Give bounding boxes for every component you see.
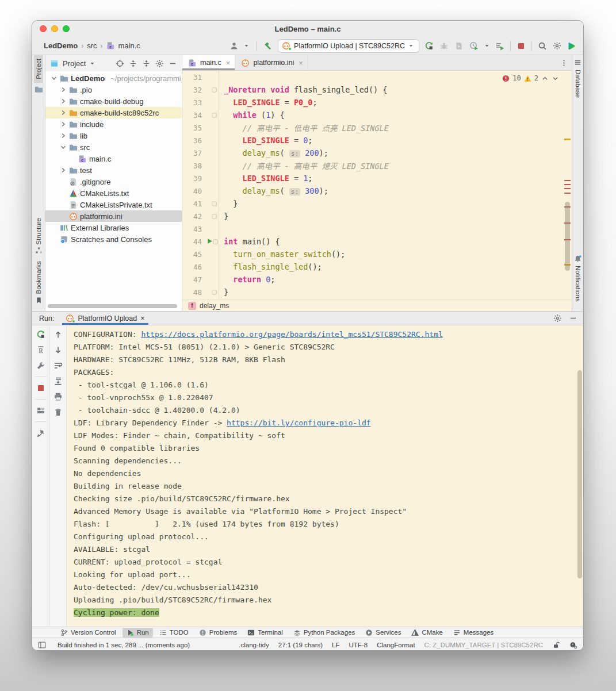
stop-button[interactable]: [36, 383, 45, 393]
fold-marker-icon[interactable]: [212, 111, 217, 120]
tree-chevron-icon[interactable]: [59, 121, 67, 127]
horizontal-scrollbar[interactable]: [48, 304, 177, 308]
rerun-button[interactable]: [36, 330, 45, 339]
breadcrumb-dir[interactable]: src: [87, 41, 97, 50]
tool-window-button-python-packages[interactable]: Python Packages: [289, 628, 359, 638]
layout-button[interactable]: [36, 406, 45, 415]
build-button[interactable]: [263, 41, 273, 51]
run-gutter-icon[interactable]: [206, 237, 213, 246]
tree-chevron-icon[interactable]: [50, 75, 58, 81]
console-scrollbar[interactable]: [577, 370, 582, 578]
tree-chevron-icon[interactable]: [59, 133, 67, 139]
tree-item-cmake-build-stc89c52rc[interactable]: cmake-build-stc89c52rc: [45, 107, 182, 118]
folder-icon[interactable]: [35, 85, 43, 94]
tool-window-button-problems[interactable]: Problems: [195, 628, 242, 638]
tree-item-lib[interactable]: lib: [45, 130, 182, 141]
fold-marker-icon[interactable]: [212, 212, 217, 221]
rbar-button[interactable]: R: [36, 346, 45, 355]
editor-scrollbar[interactable]: [565, 202, 570, 271]
gear-icon[interactable]: [553, 314, 562, 323]
target-button[interactable]: [116, 59, 124, 68]
trash-button[interactable]: [53, 408, 63, 417]
previous-problem-button[interactable]: [541, 75, 549, 82]
bug-button[interactable]: [439, 41, 449, 51]
editor-breadcrumb-function[interactable]: delay_ms: [200, 302, 229, 310]
tree-item-cmake-build-debug[interactable]: cmake-build-debug: [45, 95, 182, 107]
console-link[interactable]: https://bit.ly/configure-pio-ldf: [227, 419, 370, 427]
tree-item-cmakelistsprivate.txt[interactable]: CMakeListsPrivate.txt: [45, 199, 182, 210]
lock-icon[interactable]: [552, 641, 560, 649]
down-button[interactable]: [53, 346, 63, 355]
console-link[interactable]: https://docs.platformio.org/page/boards/…: [141, 330, 442, 339]
print-button[interactable]: [53, 392, 63, 401]
code-line[interactable]: 45 turn_on_master_switch();: [182, 248, 564, 260]
fold-marker-icon[interactable]: [213, 237, 218, 246]
more-options-icon[interactable]: [560, 59, 568, 67]
tool-window-toggle-icon[interactable]: [38, 641, 46, 649]
code-line[interactable]: 43: [182, 222, 564, 235]
tree-item-cmakelists.txt[interactable]: CMakeLists.txt: [45, 187, 182, 199]
tool-window-button-messages[interactable]: Messages: [449, 628, 498, 638]
tool-window-button-services[interactable]: Services: [361, 628, 405, 638]
tree-chevron-icon[interactable]: [59, 144, 67, 150]
coverage-button[interactable]: [454, 41, 464, 51]
code-line[interactable]: 32_Noreturn void flash_single_led() {: [182, 83, 564, 96]
tree-chevron-icon[interactable]: [59, 167, 67, 173]
attach-button[interactable]: [495, 41, 504, 51]
status-item[interactable]: UTF-8: [349, 642, 368, 648]
tool-window-button-notifications[interactable]: Notifications: [572, 251, 583, 305]
code-line[interactable]: 40 delay_ms( s: 300);: [182, 185, 564, 197]
code-line[interactable]: 46 flash_single_led();: [182, 260, 564, 273]
tree-item-scratches-and-consoles[interactable]: Scratches and Consoles: [45, 233, 182, 245]
chevron-down-icon[interactable]: [90, 61, 95, 66]
user-icon[interactable]: [229, 41, 239, 51]
tool-window-button-version-control[interactable]: Version Control: [56, 628, 120, 638]
tree-item-src[interactable]: src: [45, 141, 182, 153]
code-line[interactable]: 37 delay_ms( s: 200);: [182, 147, 564, 159]
code-line[interactable]: 44int main() {: [182, 235, 564, 248]
expand-button[interactable]: [129, 59, 137, 68]
code-line[interactable]: 39 LED_SINGLE = 1;: [182, 172, 564, 185]
status-item[interactable]: LF: [332, 642, 339, 648]
tool-window-button-structure[interactable]: Structure: [34, 214, 44, 258]
up-button[interactable]: [53, 330, 63, 339]
code-line[interactable]: 34 while (1) {: [182, 109, 564, 121]
close-icon[interactable]: ×: [299, 59, 303, 67]
tool-window-button-terminal[interactable]: Terminal: [243, 628, 286, 638]
tool-window-button-run[interactable]: Run: [123, 628, 153, 638]
close-icon[interactable]: ×: [140, 314, 144, 323]
project-header-title[interactable]: Project: [63, 59, 86, 68]
search-button[interactable]: [538, 41, 547, 51]
run-console[interactable]: CONFIGURATION: https://docs.platformio.o…: [67, 325, 583, 627]
hide-panel-button[interactable]: [569, 314, 577, 323]
status-item[interactable]: 27:1 (19 chars): [278, 642, 323, 648]
minus-button[interactable]: [169, 59, 177, 68]
scrollend-button[interactable]: [53, 377, 63, 386]
fold-marker-icon[interactable]: [212, 288, 217, 297]
tree-item-external-libraries[interactable]: External Libraries: [45, 222, 182, 233]
pin-button[interactable]: [36, 428, 45, 437]
stop-button[interactable]: [516, 41, 526, 51]
tree-item-main.c[interactable]: cmain.c: [45, 153, 182, 164]
wrench-button[interactable]: [36, 361, 45, 370]
run-configuration-select[interactable]: PlatformIO Upload | STC89C52RC: [278, 39, 419, 53]
code-line[interactable]: 36 LED_SINGLE = 0;: [182, 134, 564, 147]
wrap-button[interactable]: [53, 361, 63, 370]
code-line[interactable]: 33 LED_SINGLE = P0_0;: [182, 96, 564, 109]
tool-window-button-cmake[interactable]: CMake: [407, 628, 446, 638]
gear-button[interactable]: [155, 59, 164, 68]
tree-chevron-icon[interactable]: [59, 87, 67, 93]
breadcrumb-project[interactable]: LedDemo: [44, 41, 78, 50]
tool-window-button-bookmarks[interactable]: Bookmarks: [34, 258, 44, 308]
inspections-widget[interactable]: 10 2: [502, 74, 559, 82]
code-line[interactable]: 42}: [182, 210, 564, 222]
status-item[interactable]: ClangFormat: [377, 642, 415, 648]
inspections-toggle-icon[interactable]: [569, 641, 577, 649]
code-line[interactable]: 48}: [182, 286, 564, 298]
collapse-button[interactable]: [142, 59, 151, 68]
code-editor[interactable]: 3132_Noreturn void flash_single_led() {3…: [182, 71, 572, 300]
profile-button[interactable]: [469, 41, 479, 51]
gear-button[interactable]: [553, 41, 561, 50]
tool-window-button-todo[interactable]: TODO: [155, 628, 193, 638]
tree-item-.pio[interactable]: .pio: [45, 84, 182, 95]
